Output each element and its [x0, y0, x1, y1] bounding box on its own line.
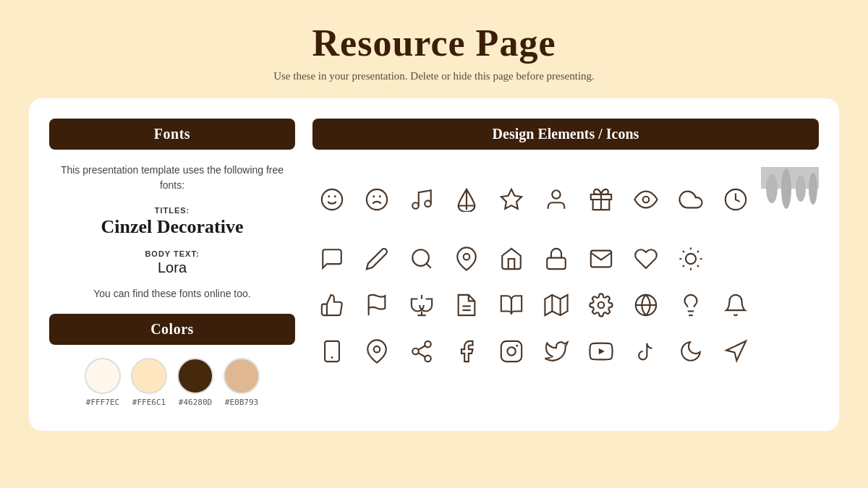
twitter-icon — [537, 332, 576, 371]
fonts-description: This presentation template uses the foll… — [49, 163, 295, 193]
svg-point-51 — [425, 356, 431, 362]
svg-point-7 — [425, 200, 431, 207]
svg-point-0 — [322, 189, 342, 210]
chat-icon — [312, 239, 352, 278]
document-icon — [447, 286, 486, 325]
swatch-hex-1: #FFF7EC — [86, 398, 119, 407]
map-icon — [537, 286, 576, 325]
svg-line-31 — [697, 251, 699, 252]
search-icon — [402, 239, 441, 278]
fonts-header: Fonts — [49, 119, 295, 150]
svg-point-6 — [412, 202, 419, 209]
share-icon — [402, 332, 441, 371]
svg-rect-54 — [501, 341, 522, 361]
icons-row-4 — [312, 332, 819, 371]
swatch-circle-3 — [177, 358, 213, 394]
svg-point-16 — [781, 168, 791, 209]
svg-marker-56 — [599, 348, 605, 355]
icons-grid — [312, 167, 819, 371]
svg-point-3 — [367, 189, 387, 210]
body-label: BODY TEXT: — [145, 249, 199, 258]
swatch-2: #FFE6C1 — [131, 358, 167, 407]
colors-section: Colors #FFF7EC #FFE6C1 #46280D #E0B793 — [49, 314, 295, 407]
heart-icon — [626, 239, 665, 278]
main-card: Fonts This presentation template uses th… — [29, 98, 839, 431]
swatch-3: #46280D — [177, 358, 213, 407]
location-icon — [357, 332, 396, 371]
svg-line-52 — [418, 353, 425, 357]
svg-point-9 — [552, 190, 560, 198]
svg-point-12 — [643, 197, 650, 203]
right-panel: Design Elements / Icons — [312, 119, 819, 411]
svg-line-30 — [683, 265, 684, 267]
svg-point-15 — [766, 174, 778, 203]
svg-point-48 — [374, 346, 380, 353]
swatch-hex-2: #FFE6C1 — [132, 398, 166, 407]
youtube-icon — [582, 332, 621, 371]
icons-row-1 — [312, 167, 819, 232]
icons-row-3 — [312, 286, 819, 325]
swatch-1: #FFF7EC — [85, 358, 121, 407]
lock-icon — [537, 239, 576, 278]
svg-point-17 — [796, 176, 806, 202]
clock-icon — [716, 180, 755, 219]
svg-line-27 — [697, 265, 699, 267]
swatch-circle-1 — [85, 358, 121, 394]
svg-point-49 — [425, 341, 431, 348]
tiktok-icon — [626, 332, 665, 371]
colors-header: Colors — [49, 314, 295, 345]
globe-icon — [626, 286, 665, 325]
left-panel: Fonts This presentation template uses th… — [49, 119, 295, 411]
drip-decoration — [761, 167, 819, 232]
mail-icon — [582, 239, 621, 278]
sun-icon — [671, 239, 710, 278]
flag-icon — [357, 286, 396, 325]
smiley-icon — [312, 180, 352, 219]
lightbulb-icon — [671, 286, 710, 325]
icons-row-2 — [312, 239, 819, 278]
font-note: You can find these fonts online too. — [93, 288, 250, 299]
svg-marker-8 — [501, 189, 522, 209]
trophy-icon — [402, 286, 441, 325]
titles-font-name: Cinzel Decorative — [101, 216, 243, 238]
svg-rect-22 — [547, 258, 566, 270]
swatch-hex-3: #46280D — [179, 398, 212, 407]
svg-point-18 — [809, 173, 817, 205]
pencil-icon — [357, 239, 396, 278]
svg-point-23 — [686, 254, 696, 264]
swatch-4: #E0B793 — [224, 358, 260, 407]
page-subtitle: Use these in your presentation. Delete o… — [273, 70, 595, 82]
titles-label: TITLES: — [155, 206, 190, 215]
color-swatches: #FFF7EC #FFE6C1 #46280D #E0B793 — [49, 358, 295, 407]
sad-face-icon — [357, 180, 396, 219]
eye-icon — [626, 180, 665, 219]
svg-line-53 — [418, 346, 425, 350]
instagram-icon — [492, 332, 531, 371]
gift-icon — [582, 180, 621, 219]
svg-line-26 — [683, 251, 684, 252]
cloud-icon — [671, 180, 710, 219]
mobile-icon — [312, 332, 352, 371]
svg-line-20 — [427, 264, 431, 268]
bell-icon — [716, 286, 755, 325]
thumbs-up-icon — [312, 286, 352, 325]
home-icon — [492, 239, 531, 278]
rocket-icon — [447, 180, 486, 219]
pin-icon — [447, 239, 486, 278]
page-title: Resource Page — [312, 22, 556, 64]
swatch-circle-2 — [131, 358, 167, 394]
svg-point-21 — [464, 254, 470, 260]
icons-header: Design Elements / Icons — [312, 119, 819, 150]
svg-point-41 — [598, 302, 605, 309]
star-icon — [492, 180, 531, 219]
megaphone-icon — [716, 332, 755, 371]
svg-point-50 — [412, 348, 419, 355]
moon-icon — [671, 332, 710, 371]
svg-marker-38 — [545, 295, 567, 315]
svg-point-19 — [412, 249, 429, 266]
music-icon — [402, 180, 441, 219]
book-icon — [492, 286, 531, 325]
user-icon — [537, 180, 576, 219]
swatch-hex-4: #E0B793 — [225, 398, 258, 407]
swatch-circle-4 — [224, 358, 260, 394]
